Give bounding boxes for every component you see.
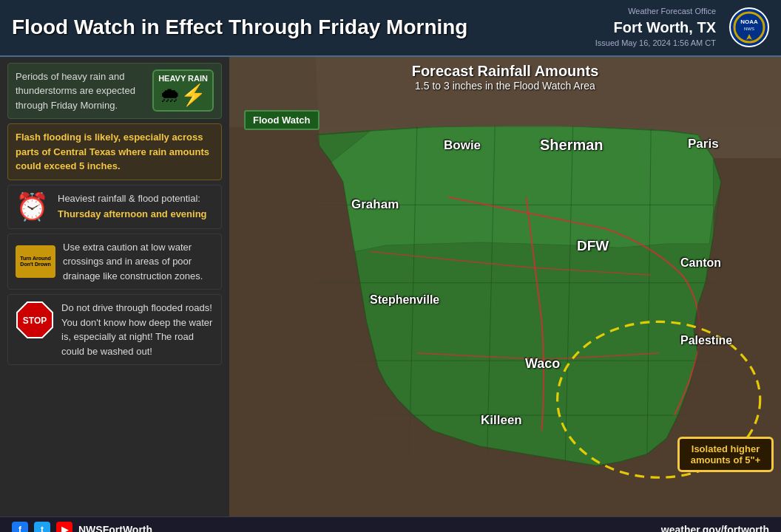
flood-watch-label: Flood Watch [253, 115, 311, 126]
isolated-amounts-label: Isolated higher amounts of 5"+ [691, 443, 761, 466]
isolated-amounts-box: Isolated higher amounts of 5"+ [677, 437, 774, 472]
twitter-label: t [41, 525, 44, 532]
footer-left: f t ▶ NWSFortWorth [12, 522, 152, 532]
office-info: Weather Forecast Office Fort Worth, TX I… [595, 6, 716, 50]
svg-text:STOP: STOP [23, 316, 47, 326]
timing-highlight: Thursday afternoon and evening [58, 208, 207, 219]
caution-text: Use extra caution at low water crossings… [63, 240, 214, 284]
heavy-rain-label: HEAVY RAIN [158, 74, 208, 83]
clock-icon: ⏰ [16, 191, 49, 222]
twitter-icon[interactable]: t [34, 522, 50, 532]
map-title-sub: 1.5 to 3 inches in the Flood Watch Area [229, 80, 781, 92]
caution-section: Turn Around Don't Drown Use extra cautio… [7, 233, 222, 290]
timing-label: Heaviest rainfall & flood potential: [58, 193, 200, 204]
office-city: Fort Worth, TX [595, 17, 716, 38]
timing-text: Heaviest rainfall & flood potential: Thu… [58, 191, 207, 222]
map-title-main: Forecast Rainfall Amounts [229, 63, 781, 80]
page-title: Flood Watch in Effect Through Friday Mor… [12, 16, 467, 39]
social-handle: NWSFortWorth [78, 524, 152, 532]
turn-around-badge: Turn Around Don't Drown [16, 245, 55, 278]
stop-section: STOP Do not drive through flooded roads!… [7, 294, 222, 365]
flash-flood-section: Flash flooding is likely, especially acr… [7, 123, 222, 180]
heavy-rain-section: Periods of heavy rain and thunderstorms … [7, 63, 222, 120]
right-panel: Forecast Rainfall Amounts 1.5 to 3 inche… [229, 57, 781, 516]
svg-marker-9 [331, 126, 714, 252]
stop-text: Do not drive through flooded roads! You … [61, 301, 214, 358]
caution-label: Turn Around Don't Drown [18, 256, 53, 268]
flood-watch-legend: Flood Watch [244, 110, 320, 130]
youtube-icon[interactable]: ▶ [56, 522, 72, 532]
map-title: Forecast Rainfall Amounts 1.5 to 3 inche… [229, 63, 781, 92]
footer: f t ▶ NWSFortWorth weather.gov/fortworth [0, 516, 781, 532]
map-area: Forecast Rainfall Amounts 1.5 to 3 inche… [229, 57, 781, 516]
heavy-rain-description: Periods of heavy rain and thunderstorms … [16, 69, 145, 113]
office-label: Weather Forecast Office [595, 6, 716, 17]
youtube-label: ▶ [61, 525, 68, 532]
facebook-icon[interactable]: f [12, 522, 28, 532]
issued-time: Issued May 16, 2024 1:56 AM CT [595, 38, 716, 49]
svg-text:NOAA: NOAA [740, 18, 758, 25]
heavy-rain-icon: 🌧⚡ [158, 83, 208, 107]
main-content: Periods of heavy rain and thunderstorms … [0, 57, 781, 516]
footer-url: weather.gov/fortworth [661, 524, 769, 532]
heavy-rain-badge: HEAVY RAIN 🌧⚡ [152, 69, 214, 112]
left-panel: Periods of heavy rain and thunderstorms … [0, 57, 229, 516]
nws-logo-icon: NOAA NWS [729, 7, 769, 47]
facebook-label: f [18, 525, 21, 532]
timing-section: ⏰ Heaviest rainfall & flood potential: T… [7, 185, 222, 229]
flash-flood-text: Flash flooding is likely, especially acr… [16, 130, 214, 174]
stop-sign-icon: STOP [16, 301, 54, 339]
header: Flood Watch in Effect Through Friday Mor… [0, 0, 781, 57]
svg-text:NWS: NWS [744, 27, 754, 31]
